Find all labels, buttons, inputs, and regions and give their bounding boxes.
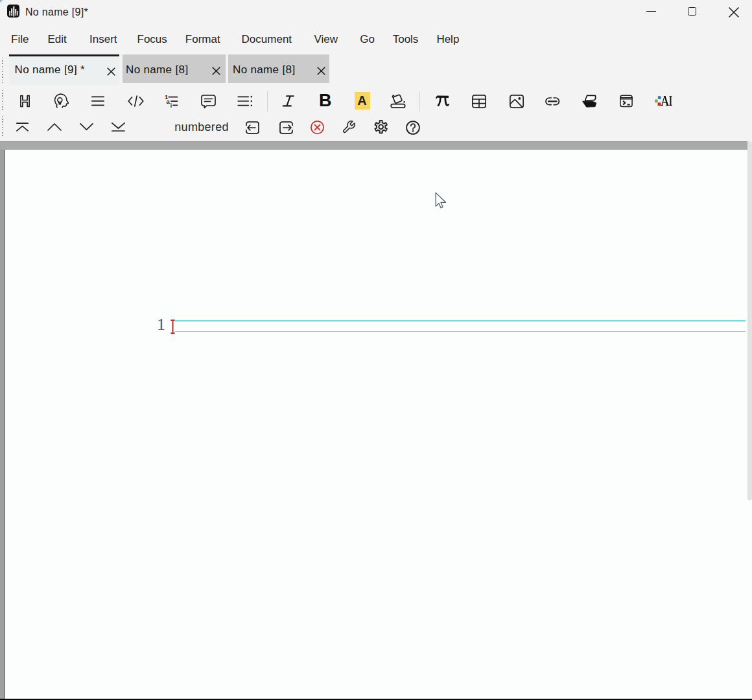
svg-text:a: a — [167, 98, 170, 105]
svg-text:i: i — [170, 102, 172, 109]
